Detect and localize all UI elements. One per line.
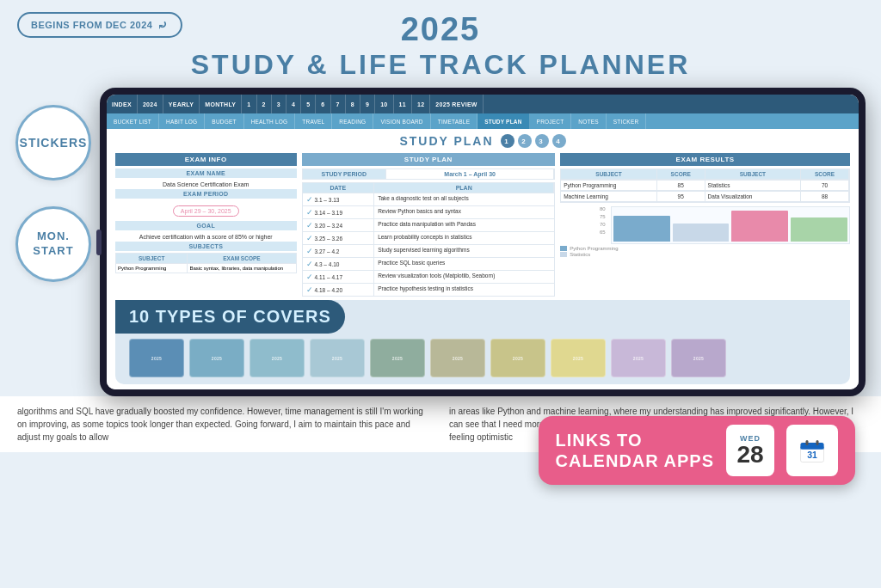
stickers-label: STICKERS — [15, 105, 91, 181]
nav-4[interactable]: 4 — [286, 95, 301, 113]
tablet-subnav[interactable]: BUCKET LIST HABIT LOG BUDGET HEALTH LOG … — [107, 113, 859, 129]
subnav-budget[interactable]: BUDGET — [205, 113, 243, 129]
tablet-screen: INDEX 2024 YEARLY MONTHLY 1 2 3 4 5 6 7 … — [107, 95, 859, 389]
plan-col-header: PLAN — [374, 183, 554, 193]
page-dot-1[interactable]: 1 — [501, 134, 514, 148]
cover-thumb-8[interactable]: 2025 — [551, 339, 606, 377]
nav-2[interactable]: 2 — [257, 95, 272, 113]
exam-period-label: EXAM PERIOD — [115, 189, 297, 199]
cover-thumb-7[interactable]: 2025 — [490, 339, 545, 377]
cover-thumb-10[interactable]: 2025 — [671, 339, 726, 377]
nav-2025-review[interactable]: 2025 REVIEW — [430, 95, 483, 113]
study-plan-text-1: Review Python basics and syntax — [374, 206, 554, 218]
nav-index[interactable]: INDEX — [107, 95, 138, 113]
study-row-0: ✓3.1 – 3.13 Take a diagnostic test on al… — [303, 193, 555, 205]
study-plan-middle-col: STUDY PLAN STUDY PERIOD March 1 – April … — [302, 153, 556, 297]
nav-7[interactable]: 7 — [331, 95, 346, 113]
study-plan-content: STUDY PLAN 1 2 3 4 EXAM INFO EXAM NAME — [107, 129, 859, 389]
subnav-health-log[interactable]: HEALTH LOG — [244, 113, 296, 129]
subnav-reading[interactable]: READING — [332, 113, 373, 129]
results-score-header-2: SCORE — [801, 169, 849, 180]
subnav-vision-board[interactable]: VISION BOARD — [373, 113, 430, 129]
result-cell-2-1: 95 — [657, 191, 705, 202]
nav-6[interactable]: 6 — [316, 95, 330, 113]
bottom-text-left: algorithms and SQL have gradually booste… — [17, 405, 432, 444]
subject1-value: Python Programming — [116, 263, 188, 273]
nav-8[interactable]: 8 — [346, 95, 360, 113]
scope-col-header: EXAM SCOPE — [188, 254, 295, 263]
tablet-wrapper: INDEX 2024 YEARLY MONTHLY 1 2 3 4 5 6 7 … — [100, 88, 866, 396]
study-plan-three-col: EXAM INFO EXAM NAME Data Science Certifi… — [115, 153, 850, 297]
main-content: STICKERS MON.START INDEX 2024 YEARLY MON… — [0, 88, 881, 396]
subnav-sticker[interactable]: STICKER — [607, 113, 647, 129]
nav-1[interactable]: 1 — [242, 95, 256, 113]
google-calendar-icon: 31 — [797, 435, 828, 466]
page-dot-2[interactable]: 2 — [518, 134, 532, 148]
page-dot-4[interactable]: 4 — [552, 134, 566, 148]
cal-day-num: 28 — [736, 443, 763, 467]
cover-thumb-3[interactable]: 2025 — [250, 339, 305, 377]
study-plan-text-2: Practice data manipulation with Pandas — [374, 219, 554, 231]
study-plan-title-row: STUDY PLAN 1 2 3 4 — [115, 134, 850, 148]
chart-y-axis: 80 75 70 65 — [560, 206, 607, 235]
study-date-1: ✓3.14 – 3.19 — [303, 206, 375, 218]
result-cell-0-0: Python Programming — [561, 180, 657, 191]
legend-python: Python Programming — [560, 246, 850, 251]
study-rows: ✓3.1 – 3.13 Take a diagnostic test on al… — [303, 193, 555, 296]
cover-thumb-5[interactable]: 2025 — [370, 339, 425, 377]
nav-12[interactable]: 12 — [412, 95, 430, 113]
mon-start-label: MON.START — [15, 206, 91, 282]
nav-3[interactable]: 3 — [272, 95, 286, 113]
left-labels: STICKERS MON.START — [15, 88, 91, 396]
cal-date-box: WED 28 — [726, 425, 774, 476]
subnav-habit-log[interactable]: HABIT LOG — [159, 113, 205, 129]
page-header: BEGINS FROM DEC 2024 2025 STUDY & LIFE T… — [0, 0, 881, 88]
subnav-project[interactable]: PROJECT — [530, 113, 572, 129]
page-dots[interactable]: 1 2 3 4 — [501, 134, 566, 148]
chart-legend: Python Programming Statistics — [560, 246, 850, 257]
tablet-nav[interactable]: INDEX 2024 YEARLY MONTHLY 1 2 3 4 5 6 7 … — [107, 95, 859, 113]
results-grid: SUBJECT SCORE SUBJECT SCORE Python Progr… — [560, 168, 850, 203]
subnav-notes[interactable]: NOTES — [571, 113, 606, 129]
results-subject-header: SUBJECT — [561, 169, 657, 180]
study-plan-text-0: Take a diagnostic test on all subjects — [374, 193, 554, 205]
cover-thumb-6[interactable]: 2025 — [430, 339, 485, 377]
nav-10[interactable]: 10 — [375, 95, 393, 113]
study-date-4: ✓3.27 – 4.2 — [303, 245, 375, 257]
nav-11[interactable]: 11 — [394, 95, 412, 113]
nav-9[interactable]: 9 — [360, 95, 375, 113]
cover-thumb-9[interactable]: 2025 — [611, 339, 666, 377]
tablet-side-button — [96, 230, 102, 255]
covers-section: 10 TYPES OF COVERS 202520252025202520252… — [115, 300, 850, 384]
study-plan-text-5: Practice SQL basic queries — [374, 258, 554, 270]
bar-statistics — [673, 224, 730, 242]
cover-thumb-1[interactable]: 2025 — [129, 339, 184, 377]
nav-monthly[interactable]: MONTHLY — [200, 95, 242, 113]
scope1-value: Basic syntax, libraries, data manipulati… — [188, 263, 295, 273]
svg-rect-6 — [816, 440, 819, 445]
nav-5[interactable]: 5 — [301, 95, 316, 113]
subnav-timetable[interactable]: TIMETABLE — [431, 113, 477, 129]
subnav-bucket-list[interactable]: BUCKET LIST — [107, 113, 159, 129]
date-col-header: DATE — [303, 183, 375, 193]
study-date-2: ✓3.20 – 3.24 — [303, 219, 375, 231]
bar-chart — [611, 206, 850, 244]
result-cell-0-3: 70 — [801, 180, 849, 191]
cover-thumb-4[interactable]: 2025 — [310, 339, 365, 377]
subnav-travel[interactable]: TRAVEL — [295, 113, 332, 129]
study-row-1: ✓3.14 – 3.19 Review Python basics and sy… — [303, 205, 555, 218]
subnav-study-plan[interactable]: STUDY PLAN — [477, 113, 529, 129]
covers-label-bg: 10 TYPES OF COVERS — [115, 300, 345, 334]
cal-google-box: 31 — [786, 425, 838, 476]
calendar-apps-badge: LINKS TOCALENDAR APPS WED 28 31 — [539, 416, 856, 485]
study-plan-text-3: Learn probability concepts in statistics — [374, 232, 554, 244]
page-dot-3[interactable]: 3 — [535, 134, 549, 148]
nav-yearly[interactable]: YEARLY — [163, 95, 200, 113]
tablet-device: INDEX 2024 YEARLY MONTHLY 1 2 3 4 5 6 7 … — [100, 88, 866, 396]
study-date-7: ✓4.18 – 4.20 — [303, 284, 375, 296]
nav-2024[interactable]: 2024 — [138, 95, 163, 113]
cover-thumb-2[interactable]: 2025 — [189, 339, 244, 377]
legend-statistics: Statistics — [560, 252, 850, 257]
bar-python — [613, 216, 670, 242]
exam-name-value: Data Science Certification Exam — [115, 180, 297, 189]
